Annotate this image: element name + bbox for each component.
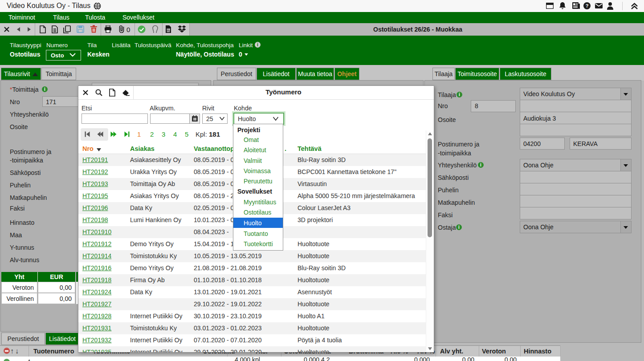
svg-text:?: ? <box>586 3 589 8</box>
